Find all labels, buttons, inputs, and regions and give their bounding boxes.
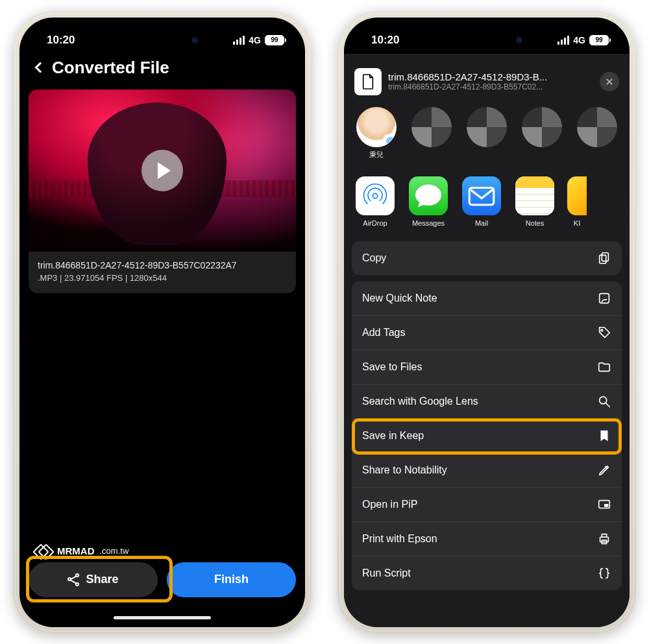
- screen-right: 10:20 4G 99 trim.8466851D-2A27-4512-89D3…: [344, 18, 630, 627]
- page-title: Converted File: [52, 58, 169, 78]
- app-label: Notes: [526, 219, 545, 227]
- action-label: Search with Google Lens: [362, 396, 478, 407]
- action-label: Save in Keep: [362, 430, 424, 442]
- printer-icon: [597, 532, 611, 546]
- watermark: MRMAD.com.tw: [35, 545, 129, 557]
- bookmark-icon: [597, 429, 611, 443]
- action-copy[interactable]: Copy: [352, 241, 622, 275]
- share-icon: [67, 574, 79, 586]
- file-meta: .MP3 | 23.971054 FPS | 1280x544: [38, 272, 287, 284]
- screen-left: 10:20 4G 99 Converted File trim.8466851D…: [19, 18, 305, 627]
- app-mail[interactable]: Mail: [461, 176, 502, 227]
- action-run-script[interactable]: Run Script: [352, 556, 622, 590]
- svg-point-6: [601, 329, 603, 331]
- tag-icon: [597, 326, 611, 340]
- close-button[interactable]: [600, 72, 619, 91]
- battery-icon: 99: [265, 35, 284, 45]
- file-name: trim.8466851D-2A27-4512-89D3-B557C02232A…: [38, 259, 287, 272]
- action-label: Add Tags: [362, 327, 405, 339]
- svg-rect-10: [600, 537, 609, 542]
- action-label: New Quick Note: [362, 292, 437, 304]
- video-thumbnail[interactable]: [29, 89, 296, 252]
- share-label: Share: [86, 573, 118, 586]
- back-icon[interactable]: [35, 62, 46, 73]
- app-label: Mail: [475, 219, 488, 227]
- dynamic-island: [120, 28, 204, 53]
- airdrop-contact[interactable]: 秉兒: [354, 107, 398, 160]
- share-sheet: trim.8466851D-2A27-4512-89D3-B... trim.8…: [344, 54, 630, 627]
- app-label: Messages: [412, 219, 445, 227]
- action-group-copy: Copy: [352, 241, 622, 275]
- app-airdrop[interactable]: AirDrop: [354, 176, 396, 227]
- signal-icon: [557, 36, 569, 45]
- app-label: KI: [574, 219, 580, 227]
- action-label: Run Script: [362, 567, 411, 579]
- status-time: 10:20: [47, 34, 75, 47]
- network-label: 4G: [249, 35, 261, 45]
- app-more[interactable]: KI: [567, 176, 587, 227]
- document-icon: [354, 68, 382, 95]
- sheet-file-sub: trim.8466851D-2A27-4512-89D3-B557C02...: [388, 82, 593, 91]
- action-print-epson[interactable]: Print with Epson: [352, 521, 622, 556]
- action-google-lens[interactable]: Search with Google Lens: [352, 384, 622, 418]
- watermark-brand: MRMAD: [57, 545, 95, 556]
- airdrop-contact[interactable]: .: [410, 107, 453, 160]
- share-button[interactable]: Share: [29, 562, 158, 597]
- watermark-domain: .com.tw: [100, 546, 129, 556]
- copy-icon: [597, 251, 611, 265]
- home-indicator[interactable]: [114, 616, 211, 619]
- sheet-header: trim.8466851D-2A27-4512-89D3-B... trim.8…: [344, 54, 630, 104]
- svg-point-0: [389, 140, 391, 141]
- messages-icon: [409, 176, 448, 215]
- signal-icon: [233, 36, 245, 45]
- action-label: Save to Files: [362, 361, 422, 373]
- action-label: Share to Notability: [362, 464, 447, 476]
- svg-rect-9: [604, 504, 608, 507]
- svg-point-7: [600, 396, 607, 403]
- svg-rect-3: [602, 252, 608, 261]
- phone-right: 10:20 4G 99 trim.8466851D-2A27-4512-89D3…: [337, 11, 636, 634]
- phone-left: 10:20 4G 99 Converted File trim.8466851D…: [13, 11, 312, 634]
- action-new-quick-note[interactable]: New Quick Note: [352, 281, 622, 315]
- action-add-tags[interactable]: Add Tags: [352, 315, 622, 350]
- svg-rect-4: [600, 255, 606, 263]
- action-save-in-keep[interactable]: Save in Keep: [352, 418, 622, 453]
- note-icon: [597, 291, 611, 305]
- finish-button[interactable]: Finish: [167, 562, 296, 597]
- app-notes[interactable]: Notes: [514, 176, 556, 227]
- action-share-notability[interactable]: Share to Notability: [352, 453, 622, 487]
- search-icon: [597, 394, 611, 409]
- action-open-pip[interactable]: Open in PiP: [352, 487, 622, 521]
- notes-icon: [515, 176, 554, 215]
- status-time: 10:20: [371, 34, 399, 47]
- airdrop-contact[interactable]: .: [576, 107, 619, 160]
- network-label: 4G: [573, 35, 585, 45]
- app-messages[interactable]: Messages: [408, 176, 449, 227]
- airdrop-icon: [356, 176, 395, 215]
- app-row[interactable]: AirDrop Messages Mail: [344, 169, 630, 233]
- sheet-file-title: trim.8466851D-2A27-4512-89D3-B...: [388, 71, 593, 82]
- svg-rect-2: [469, 187, 494, 204]
- svg-point-1: [373, 193, 377, 198]
- braces-icon: [597, 566, 611, 580]
- pencil-icon: [597, 463, 611, 477]
- watermark-icon: [35, 545, 52, 557]
- svg-rect-11: [602, 534, 606, 537]
- airdrop-contact[interactable]: .: [465, 107, 508, 160]
- folder-icon: [597, 360, 611, 374]
- action-label: Open in PiP: [362, 499, 417, 510]
- action-label: Print with Epson: [362, 533, 437, 545]
- play-icon[interactable]: [141, 150, 183, 191]
- airdrop-people-row[interactable]: 秉兒 . . . .: [344, 104, 630, 169]
- mail-icon: [462, 176, 501, 215]
- action-list: New Quick Note Add Tags Save to Files Se…: [352, 281, 622, 590]
- finish-label: Finish: [214, 573, 249, 586]
- app-icon: [567, 176, 587, 215]
- pip-icon: [597, 497, 611, 512]
- action-save-to-files[interactable]: Save to Files: [352, 350, 622, 384]
- avatar: [356, 107, 397, 147]
- action-label: Copy: [362, 252, 386, 264]
- airdrop-contact[interactable]: .: [520, 107, 564, 160]
- airdrop-badge-icon: [384, 134, 397, 147]
- dynamic-island: [445, 28, 529, 53]
